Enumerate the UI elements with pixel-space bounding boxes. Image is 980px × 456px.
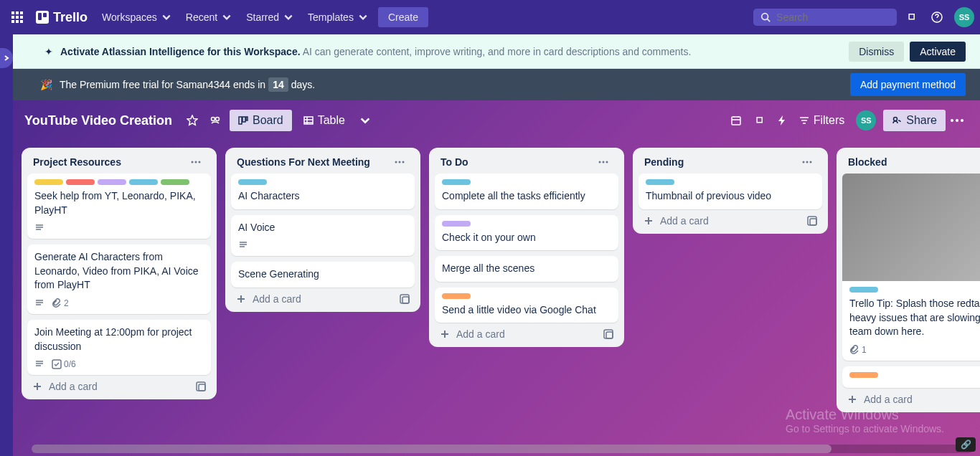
card[interactable]: Send a little video via Google Chat	[435, 288, 618, 323]
list-title[interactable]: To Do	[440, 156, 468, 168]
list-menu-icon[interactable]	[390, 159, 409, 165]
svg-rect-3	[11, 16, 14, 19]
svg-point-41	[803, 161, 805, 163]
template-icon[interactable]	[195, 381, 207, 392]
svg-rect-45	[810, 219, 816, 225]
card[interactable]: Trello Tip: Splash those redtape-heavy i…	[842, 174, 980, 361]
card[interactable]: Merge all the scenes	[435, 256, 618, 282]
add-payment-button[interactable]: Add payment method	[850, 73, 966, 96]
card-label[interactable]	[849, 287, 878, 293]
card[interactable]: Generate AI Characters from Leonardo, Vi…	[27, 244, 211, 314]
template-icon[interactable]	[806, 215, 818, 227]
attachment-badge: 2	[52, 298, 69, 308]
checklist-badge: 0/6	[52, 359, 76, 369]
list-title[interactable]: Questions For Next Meeting	[237, 156, 370, 168]
svg-rect-8	[20, 20, 23, 23]
card-title: AI Characters	[238, 189, 407, 204]
svg-rect-10	[38, 13, 42, 20]
nav-recent[interactable]: Recent	[179, 7, 239, 27]
board-title[interactable]: YouTube Video Creation	[24, 113, 172, 128]
card[interactable]: Check it on your own	[435, 215, 618, 251]
sidebar-expand-icon[interactable]	[0, 48, 13, 68]
lists-container[interactable]: Project Resources Seek help from YT, Leo…	[13, 141, 980, 445]
link-chip-icon[interactable]: 🔗	[956, 437, 976, 452]
card-label[interactable]	[129, 179, 158, 185]
card[interactable]: Complete all the tasks efficiently	[435, 174, 618, 209]
filter-icon	[799, 115, 809, 125]
visibility-icon[interactable]	[204, 110, 227, 130]
nav-workspaces[interactable]: Workspaces	[95, 7, 179, 27]
card-label[interactable]	[442, 221, 471, 227]
search-box[interactable]	[753, 9, 897, 26]
svg-point-38	[606, 161, 608, 163]
card-label[interactable]	[66, 179, 95, 185]
create-button[interactable]: Create	[378, 7, 428, 27]
card-label[interactable]	[238, 179, 267, 185]
svg-point-23	[956, 119, 958, 122]
card-label[interactable]	[442, 293, 471, 299]
svg-point-15	[216, 118, 220, 121]
board-member-avatar[interactable]: SS	[856, 110, 876, 130]
list-title[interactable]: Blocked	[848, 156, 887, 168]
list-menu-icon[interactable]	[594, 159, 613, 165]
template-icon[interactable]	[603, 328, 614, 340]
list-menu-icon[interactable]	[187, 159, 205, 165]
card-label[interactable]	[98, 179, 126, 185]
card[interactable]: Seek help from YT, Leonardo, PIKA, PlayH…	[27, 174, 211, 239]
card[interactable]: AI Characters	[231, 174, 415, 209]
card-label[interactable]	[161, 179, 189, 185]
add-card-button[interactable]: Add a card	[27, 375, 211, 394]
dismiss-button[interactable]: Dismiss	[849, 42, 904, 62]
bolt-icon[interactable]	[771, 109, 793, 132]
svg-rect-4	[16, 16, 19, 19]
card-title: Trello Tip: Splash those redtape-heavy i…	[849, 297, 980, 339]
filters-button[interactable]: Filters	[793, 114, 851, 127]
list-menu-icon[interactable]	[798, 159, 816, 165]
share-button[interactable]: Share	[883, 110, 946, 131]
rocket-icon[interactable]	[748, 109, 771, 132]
search-input[interactable]	[776, 11, 890, 23]
nav-templates[interactable]: Templates	[301, 7, 375, 27]
template-icon[interactable]	[399, 293, 410, 305]
apps-menu-icon[interactable]	[6, 6, 29, 29]
board-menu-icon[interactable]	[946, 109, 969, 132]
add-card-button[interactable]: Add a card	[435, 323, 618, 341]
card[interactable]	[842, 366, 980, 388]
trial-banner: 🎉 The Premium free trial for Saman4344 e…	[13, 69, 980, 100]
list: Blocked Trello Tip: Splash those redtape…	[837, 148, 980, 412]
add-card-button[interactable]: Add a card	[639, 209, 822, 228]
ai-banner-text: AI can generate content, improve writing…	[301, 46, 692, 57]
trello-logo[interactable]: Trello	[29, 10, 95, 25]
calendar-icon[interactable]	[725, 109, 748, 132]
svg-rect-11	[43, 13, 47, 17]
card[interactable]: Join Meeting at 12:00pm for project disc…	[27, 320, 211, 375]
table-view-button[interactable]: Table	[295, 110, 354, 131]
nav-starred[interactable]: Starred	[239, 7, 301, 27]
list-title[interactable]: Pending	[644, 156, 684, 168]
card[interactable]: AI Voice	[231, 215, 415, 257]
scrollbar-thumb[interactable]	[32, 445, 831, 453]
card-title: Generate AI Characters from Leonardo, Vi…	[34, 250, 204, 293]
star-icon[interactable]	[181, 110, 204, 130]
horizontal-scrollbar[interactable]	[32, 445, 973, 453]
card[interactable]: Scene Generating	[231, 262, 415, 288]
add-card-button[interactable]: Add a card	[842, 388, 980, 407]
notifications-icon[interactable]	[900, 6, 923, 29]
card-label[interactable]	[646, 179, 674, 185]
svg-point-31	[395, 161, 397, 163]
svg-point-37	[603, 161, 605, 163]
search-icon	[760, 11, 771, 23]
board-view-button[interactable]: Board	[230, 110, 292, 131]
card-label[interactable]	[442, 179, 471, 185]
activate-button[interactable]: Activate	[910, 42, 966, 62]
view-switcher-icon[interactable]	[354, 110, 377, 130]
user-avatar[interactable]: SS	[954, 7, 974, 27]
svg-rect-5	[20, 16, 23, 19]
card-label[interactable]	[849, 372, 878, 378]
add-card-button[interactable]: Add a card	[231, 288, 415, 306]
card[interactable]: Thumbnail of previous video	[639, 174, 822, 209]
list-title[interactable]: Project Resources	[33, 156, 121, 168]
svg-point-32	[399, 161, 401, 163]
help-icon[interactable]	[925, 6, 948, 29]
card-label[interactable]	[34, 179, 63, 185]
